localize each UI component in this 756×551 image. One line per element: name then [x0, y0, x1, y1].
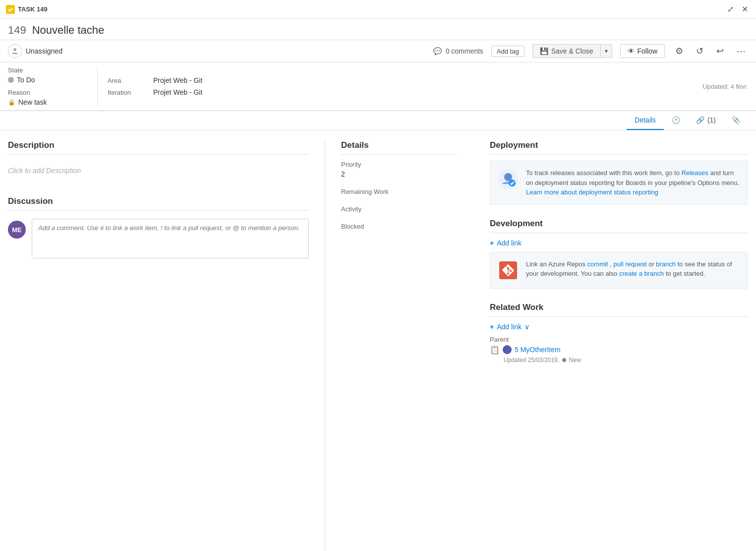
related-add-link-label: Add link: [497, 323, 522, 331]
lock-icon: 🔒: [8, 99, 15, 106]
save-close-main[interactable]: 💾 Save & Close: [533, 45, 601, 58]
undo-button[interactable]: ↩: [714, 43, 726, 59]
iteration-value[interactable]: Projet Web - Git: [153, 88, 202, 96]
related-chevron-icon: ∨: [524, 323, 529, 331]
create-branch-link[interactable]: create a branch: [619, 270, 664, 277]
add-link-label: Add link: [497, 239, 522, 247]
attachment-icon: 📎: [732, 116, 740, 124]
save-close-dropdown[interactable]: ▾: [601, 45, 612, 57]
save-close-button[interactable]: 💾 Save & Close ▾: [532, 44, 612, 58]
follow-button[interactable]: 👁 Follow: [620, 44, 665, 58]
parent-label: Parent: [490, 336, 748, 343]
save-close-label: Save & Close: [551, 47, 593, 55]
reason-label: Reason: [8, 89, 87, 96]
product-backlog-icon: 📋: [490, 345, 500, 355]
tabs-row: Details 🕐 🔗 (1) 📎: [0, 111, 756, 130]
reason-value[interactable]: 🔒 New task: [8, 98, 87, 106]
dev-text3: or: [648, 260, 656, 268]
expand-button[interactable]: ⤢: [725, 2, 736, 16]
deployment-section: Deployment To track releases associated …: [490, 140, 748, 205]
tab-attachments[interactable]: 📎: [724, 111, 748, 130]
settings-button[interactable]: ⚙: [673, 43, 686, 59]
meta-row: State To Do Reason 🔒 New task Area Proje…: [0, 62, 756, 111]
development-add-link-button[interactable]: + Add link: [490, 239, 522, 247]
area-value[interactable]: Projet Web - Git: [153, 76, 202, 84]
follow-label: Follow: [638, 47, 657, 55]
add-tag-button[interactable]: Add tag: [491, 46, 524, 57]
main-content: Description Click to add Description Dis…: [0, 130, 756, 551]
area-label: Area: [108, 77, 147, 84]
title-bar: TASK 149 ⤢ ✕: [0, 0, 756, 19]
comments-section: 💬 0 comments: [433, 47, 483, 55]
tab-history[interactable]: 🕐: [664, 111, 688, 130]
area-row: Area Projet Web - Git: [108, 76, 702, 84]
deployment-title: Deployment: [490, 140, 748, 155]
related-work-title: Related Work: [490, 303, 748, 317]
description-title: Description: [8, 140, 309, 155]
parent-item-link[interactable]: 5 MyOtherItem: [515, 346, 561, 354]
pull-request-link[interactable]: pull request: [613, 260, 646, 268]
status-dot: [562, 358, 566, 362]
more-button[interactable]: ⋯: [734, 43, 748, 59]
refresh-button[interactable]: ↺: [694, 43, 706, 59]
middle-panel: Details Priority 2 Remaining Work Activi…: [325, 140, 474, 551]
development-title: Development: [490, 219, 748, 233]
svg-point-4: [509, 180, 516, 186]
git-icon-red: [499, 261, 517, 279]
comments-count: 0 comments: [446, 47, 483, 55]
commit-link[interactable]: commit: [587, 260, 608, 268]
blocked-row: Blocked: [341, 223, 458, 230]
deployment-card-text: To track releases associated with this w…: [526, 168, 741, 197]
right-panel: Deployment To track releases associated …: [474, 140, 748, 551]
parent-item-row: 📋 👤 5 MyOtherItem: [490, 345, 748, 355]
tab-details[interactable]: Details: [627, 111, 664, 130]
work-item-title-row: 149 Nouvelle tache: [0, 19, 756, 40]
work-item-number: 149: [8, 24, 26, 37]
title-bar-left: TASK 149: [6, 5, 48, 14]
comment-row: ME: [8, 219, 309, 258]
related-work-section: Related Work + Add link ∨ Parent 📋 👤 5 M…: [490, 303, 748, 364]
activity-row: Activity: [341, 205, 458, 213]
svg-point-1: [13, 48, 16, 51]
parent-updated-text: Updated 25/03/2019,: [504, 357, 559, 364]
state-label: State: [8, 66, 87, 74]
priority-row: Priority 2: [341, 161, 458, 178]
deployment-card: To track releases associated with this w…: [490, 161, 748, 205]
details-title: Details: [341, 140, 458, 155]
releases-link[interactable]: Releases: [682, 169, 708, 177]
description-placeholder[interactable]: Click to add Description: [8, 159, 309, 183]
discussion-section: Discussion ME: [8, 196, 309, 258]
state-dot: [8, 77, 14, 83]
save-icon: 💾: [540, 47, 548, 55]
dev-text1: Link an Azure Repos: [526, 260, 587, 268]
blocked-label: Blocked: [341, 223, 458, 230]
parent-name: MyOtherItem: [521, 346, 561, 354]
related-work-add-link-button[interactable]: + Add link ∨: [490, 323, 529, 331]
iteration-row: Iteration Projet Web - Git: [108, 88, 702, 96]
activity-label: Activity: [341, 205, 458, 213]
parent-status: New: [569, 357, 581, 364]
learn-more-link[interactable]: Learn more about deployment status repor…: [526, 188, 658, 196]
iteration-label: Iteration: [108, 89, 147, 96]
development-section: Development + Add link Link an Azure Rep…: [490, 219, 748, 289]
state-value[interactable]: To Do: [8, 76, 87, 84]
follow-icon: 👁: [628, 47, 635, 55]
left-panel: Description Click to add Description Dis…: [8, 140, 325, 551]
branch-link[interactable]: branch: [656, 260, 676, 268]
priority-value[interactable]: 2: [341, 170, 458, 178]
work-item-title[interactable]: Nouvelle tache: [32, 24, 105, 37]
comment-input[interactable]: [32, 219, 309, 258]
link-count: (1): [707, 116, 716, 124]
toolbar-row: Unassigned 💬 0 comments Add tag 💾 Save &…: [0, 40, 756, 62]
tab-links[interactable]: 🔗 (1): [688, 111, 724, 130]
close-button[interactable]: ✕: [740, 2, 750, 16]
comment-avatar: ME: [8, 221, 26, 239]
dev-text5: to get started.: [666, 270, 705, 277]
svg-rect-0: [7, 6, 13, 12]
updated-text: Updated: 4 févr.: [702, 83, 748, 90]
task-icon: [6, 5, 15, 14]
remaining-work-row: Remaining Work: [341, 188, 458, 195]
assignee-section[interactable]: Unassigned: [8, 44, 62, 58]
development-card: Link an Azure Repos commit , pull reques…: [490, 252, 748, 289]
priority-label: Priority: [341, 161, 458, 168]
